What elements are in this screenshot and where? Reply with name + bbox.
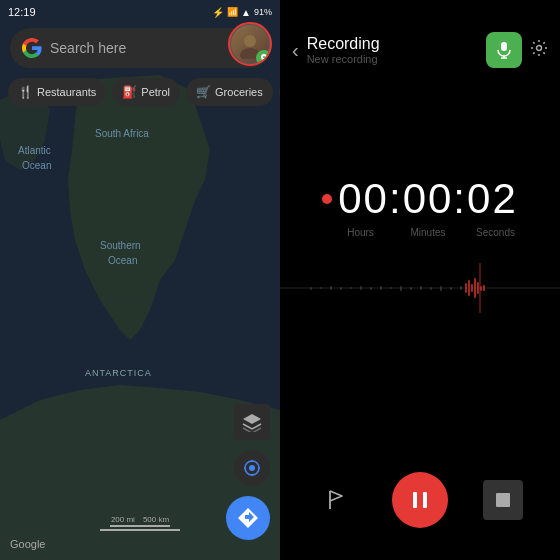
status-icons: ⚡ 📶 ▲ 91% <box>212 7 272 18</box>
layers-button[interactable] <box>234 404 270 440</box>
svg-rect-34 <box>420 286 422 290</box>
recording-controls <box>280 456 560 560</box>
scale-km: 500 km <box>143 515 169 524</box>
avatar-container[interactable] <box>228 22 272 66</box>
pause-icon <box>408 488 432 512</box>
scale-labels: 200 mi 500 km <box>111 515 169 524</box>
restaurants-icon: 🍴 <box>18 85 33 99</box>
groceries-icon: 🛒 <box>196 85 211 99</box>
svg-rect-24 <box>320 287 322 289</box>
recording-panel: ‹ Recording New recording 00:00:02 <box>280 0 560 560</box>
svg-rect-33 <box>410 287 412 290</box>
bluetooth-icon: ⚡ <box>212 7 224 18</box>
waveform-svg <box>280 258 560 318</box>
atlantic-ocean-label: Ocean <box>22 160 51 171</box>
scale-line-bottom <box>100 529 180 531</box>
svg-rect-23 <box>310 287 312 290</box>
category-restaurants[interactable]: 🍴 Restaurants <box>8 78 106 106</box>
timer-display: 00:00:02 <box>322 175 518 223</box>
svg-point-4 <box>249 465 255 471</box>
antarctica-label: ANTARCTICA <box>85 368 152 378</box>
south-africa-label: South Africa <box>95 128 149 139</box>
directions-icon <box>236 506 260 530</box>
svg-rect-25 <box>330 286 332 290</box>
recording-header: ‹ Recording New recording <box>280 0 560 76</box>
svg-rect-30 <box>380 286 382 290</box>
timer-text: 00:00:02 <box>338 175 518 223</box>
timer-labels: Hours Minutes Seconds <box>333 227 523 238</box>
groceries-label: Groceries <box>215 86 263 98</box>
recording-subtitle: New recording <box>307 53 486 65</box>
svg-rect-41 <box>496 493 510 507</box>
scale-line-top <box>110 525 170 527</box>
search-input[interactable]: Search here <box>50 40 230 56</box>
svg-rect-39 <box>413 492 417 508</box>
stop-button[interactable] <box>483 480 523 520</box>
svg-rect-28 <box>360 286 362 290</box>
svg-rect-16 <box>465 283 467 293</box>
svg-rect-22 <box>483 285 485 291</box>
flag-icon <box>326 489 348 511</box>
southern-label: Southern <box>100 240 141 251</box>
svg-rect-20 <box>477 282 479 294</box>
recording-indicator-dot <box>322 194 332 204</box>
svg-rect-31 <box>390 287 392 289</box>
scale-bar: 200 mi 500 km <box>100 515 180 532</box>
svg-rect-10 <box>501 42 507 51</box>
svg-rect-26 <box>340 287 342 290</box>
stop-icon <box>493 490 513 510</box>
google-brand-text: Google <box>10 538 45 550</box>
category-petrol[interactable]: ⛽ Petrol <box>112 78 180 106</box>
recording-mic-button[interactable] <box>486 32 522 68</box>
petrol-icon: ⛽ <box>122 85 137 99</box>
my-location-icon <box>243 459 261 477</box>
svg-rect-32 <box>400 286 402 291</box>
minutes-label: Minutes <box>401 227 456 238</box>
pause-button[interactable] <box>392 472 448 528</box>
category-bar: 🍴 Restaurants ⛽ Petrol 🛒 Groceries ☕ Co <box>0 74 280 110</box>
recording-title: Recording <box>307 35 486 53</box>
atlantic-label: Atlantic <box>18 145 51 156</box>
settings-icon <box>530 39 548 57</box>
status-bar: 12:19 ⚡ 📶 ▲ 91% <box>0 0 280 24</box>
svg-point-13 <box>537 45 542 50</box>
notification-icon: 📶 <box>227 7 238 17</box>
svg-rect-35 <box>430 287 432 290</box>
wifi-icon: ▲ <box>241 7 251 18</box>
svg-rect-19 <box>474 278 476 298</box>
timer-section: 00:00:02 Hours Minutes Seconds <box>280 76 560 456</box>
directions-button[interactable] <box>226 496 270 540</box>
svg-rect-37 <box>450 287 452 290</box>
signal-icon: 91% <box>254 7 272 17</box>
scale-lines: 200 mi 500 km <box>100 515 180 532</box>
flag-button[interactable] <box>317 480 357 520</box>
hours-label: Hours <box>333 227 388 238</box>
google-brand: Google <box>10 534 45 552</box>
southern-ocean-label: Ocean <box>108 255 137 266</box>
svg-rect-36 <box>440 286 442 291</box>
category-groceries[interactable]: 🛒 Groceries <box>186 78 273 106</box>
restaurants-label: Restaurants <box>37 86 96 98</box>
status-time: 12:19 <box>8 6 36 18</box>
back-button[interactable]: ‹ <box>292 39 299 62</box>
petrol-label: Petrol <box>141 86 170 98</box>
svg-rect-27 <box>350 287 352 289</box>
my-location-button[interactable] <box>234 450 270 486</box>
svg-rect-21 <box>480 286 482 291</box>
seconds-label: Seconds <box>468 227 523 238</box>
settings-button[interactable] <box>530 39 548 62</box>
waveform-area <box>280 258 560 318</box>
svg-rect-38 <box>460 286 462 290</box>
layers-icon <box>242 412 262 432</box>
svg-rect-40 <box>423 492 427 508</box>
mic-button-icon <box>495 41 513 59</box>
scale-miles: 200 mi <box>111 515 135 524</box>
maps-panel: Atlantic Ocean South Africa Southern Oce… <box>0 0 280 560</box>
recording-title-block: Recording New recording <box>307 35 486 65</box>
svg-rect-29 <box>370 287 372 290</box>
category-coffee[interactable]: ☕ Co <box>279 78 280 106</box>
google-logo-icon <box>22 38 42 58</box>
svg-rect-18 <box>471 284 473 292</box>
svg-point-2 <box>244 35 256 47</box>
location-badge <box>256 50 272 66</box>
